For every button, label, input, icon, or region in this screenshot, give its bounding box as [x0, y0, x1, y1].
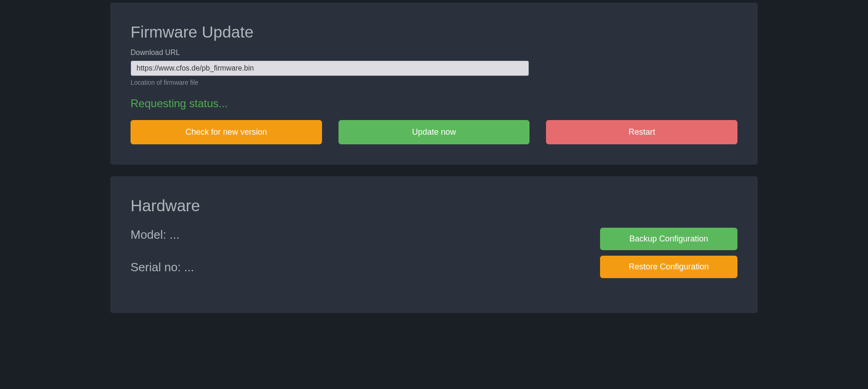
serial-label: Serial no:	[131, 260, 184, 274]
firmware-title: Firmware Update	[131, 23, 737, 41]
hardware-buttons: Backup Configuration Restore Configurati…	[600, 228, 737, 278]
hardware-info: Model: ... Serial no: ...	[131, 228, 194, 293]
model-value: ...	[169, 228, 180, 241]
model-row: Model: ...	[131, 228, 194, 242]
restart-button[interactable]: Restart	[546, 120, 737, 144]
hardware-title: Hardware	[131, 197, 737, 215]
restore-config-button[interactable]: Restore Configuration	[600, 256, 737, 278]
download-url-label: Download URL	[131, 49, 737, 57]
serial-value: ...	[184, 260, 194, 274]
check-version-button[interactable]: Check for new version	[131, 120, 322, 144]
download-url-input[interactable]	[131, 60, 529, 76]
firmware-update-card: Firmware Update Download URL Location of…	[110, 2, 758, 165]
update-now-button[interactable]: Update now	[338, 120, 530, 144]
model-label: Model:	[131, 228, 169, 241]
status-text: Requesting status...	[131, 97, 737, 110]
download-url-hint: Location of firmware file	[131, 79, 737, 86]
backup-config-button[interactable]: Backup Configuration	[600, 228, 737, 250]
firmware-button-row: Check for new version Update now Restart	[131, 120, 737, 144]
serial-row: Serial no: ...	[131, 260, 194, 274]
hardware-card: Hardware Model: ... Serial no: ... Backu…	[110, 176, 758, 313]
hardware-section: Model: ... Serial no: ... Backup Configu…	[131, 228, 737, 293]
